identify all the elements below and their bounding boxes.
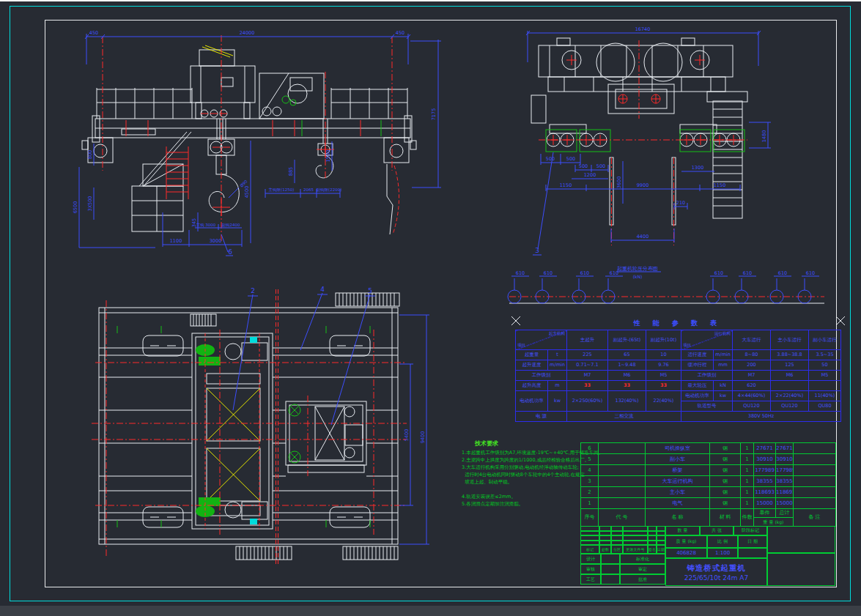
table-cell: 8~80 [733, 350, 771, 360]
table-cell: 2×250(60%) [567, 391, 608, 412]
table-cell: 运行速度 [681, 350, 714, 360]
bom-head-qty: 件数 [741, 509, 754, 527]
svg-text:210: 210 [676, 200, 685, 206]
role-approve-review: 审定 [620, 564, 665, 574]
table-cell: M5 [646, 371, 681, 381]
wheel-load-labels: 610 610 610 610 610 610 610 610 起重机轮压分布图… [516, 266, 815, 279]
rev-head-count: 处数 [599, 545, 611, 554]
table-cell: 最大轮压 [681, 381, 714, 391]
table-cell: 27671 [776, 443, 794, 454]
table-cell: 电气 [646, 498, 710, 509]
table-cell: 起升速度 [516, 360, 548, 371]
table-cell: m [548, 381, 567, 391]
table-row: 4桥架钢1177989177989 [581, 465, 836, 476]
svg-text:610: 610 [806, 270, 815, 276]
table-row: 起升高度m333333最大轮压kN620 [516, 381, 841, 391]
table-cell: 38355 [754, 476, 776, 487]
svg-text:主钩 3000: 主钩 3000 [196, 223, 216, 227]
technical-notes: 技术要求 1.本起重机工作级别为A7,环境温度-19℃~+40℃,用于铸造车间。… [462, 440, 590, 508]
table-cell: 1 [741, 498, 754, 509]
table-row: 6司机操纵室钢12767127671 [581, 443, 836, 454]
table-cell: M6 [608, 371, 646, 381]
role-process-sign [601, 574, 620, 585]
svg-text:450: 450 [396, 30, 404, 36]
bom-head-code: 代 号 [599, 509, 646, 527]
table-cell: 缓冲行程 [681, 360, 714, 371]
info-stage: 阶段标记 [733, 526, 767, 535]
wheel-diagram-unit: (kN) [633, 274, 643, 279]
svg-text:3X500: 3X500 [87, 196, 93, 212]
info-qty: 数 量 [665, 526, 700, 535]
table-cell: 380V 50Hz [681, 412, 841, 422]
table-cell [599, 476, 646, 487]
bom-head-remark: 备 注 [794, 509, 836, 527]
table-cell: 电动机功率 [681, 391, 714, 401]
table-row: 2主小车钢1118693118693 [581, 487, 836, 498]
table-cell: 主小车 [646, 487, 710, 498]
weight-value: 406828 [665, 548, 707, 558]
table-row: 3大车运行机构钢13835538355 [581, 476, 836, 487]
table-cell: 33 [608, 381, 646, 391]
table-cell: 177989 [776, 465, 794, 476]
table-row: 电动机功率kw2×250(60%)132(40%)22(40%)电动机功率kw4… [516, 391, 841, 401]
notes-lines: 1.本起重机工作级别为A7,环境温度-19℃~+40℃,用于铸造车间。2.主梁跨… [462, 449, 590, 508]
wheel-diagram-title: 起重机轮压分布图 [617, 266, 658, 272]
bom-body: 6司机操纵室钢127671276715副小车钢130910309104桥架钢11… [581, 443, 836, 509]
svg-text:1100: 1100 [170, 238, 182, 244]
table-cell: 3 [581, 476, 599, 487]
svg-text:副钩限(2200): 副钩限(2200) [317, 188, 342, 192]
svg-text:2: 2 [251, 287, 255, 294]
table-cell: 4×44(60%) [733, 391, 771, 401]
table-cell [599, 498, 646, 509]
rev-head-docno: 更改文件号 [623, 545, 648, 554]
table-cell: 22(40%) [646, 391, 681, 412]
svg-text:4: 4 [320, 286, 325, 293]
table-cell: 11(40%) [809, 391, 841, 401]
table-cell: 38355 [776, 476, 794, 487]
info-date-label: 日 期 [738, 535, 767, 548]
svg-text:610: 610 [743, 270, 752, 276]
table-cell: 1~9.48 [608, 360, 646, 371]
svg-text:610: 610 [580, 270, 589, 276]
table-cell: 30910 [754, 454, 776, 465]
table-cell [771, 381, 809, 391]
table-cell: 电动机功率 [516, 391, 548, 412]
diag-top-label: 运行机构 [714, 332, 731, 336]
performance-parameter-table: 起升机构 项目 主起升 副起升-(65t) 副起升(10t) 运行机构 项目 大… [515, 330, 841, 422]
date-value [738, 548, 767, 558]
svg-text:9400: 9400 [420, 431, 426, 444]
wheel-load-diagram: 610 610 610 610 610 610 610 610 起重机轮压分布图… [506, 264, 835, 309]
role-check: 审核 [580, 564, 601, 574]
rev-head-mark: 标记 [580, 545, 599, 554]
svg-text:6: 6 [228, 248, 232, 256]
svg-text:16740: 16740 [635, 26, 651, 32]
plan-view-labels: 2 4 5 5400 9400 [251, 286, 426, 443]
perf-table-title: 性 能 参 数 表 [515, 319, 840, 328]
top-edge-bar [0, 0, 861, 1]
note-line: 2.主梁跨中上拱度为跨度的1/1000,成品经检验合格后出厂。 [462, 456, 590, 464]
table-row: 起重量t2256510运行速度m/min8~803.88~38.83.5~35 [516, 350, 841, 360]
table-cell: t [548, 350, 567, 360]
svg-text:1500: 1500 [325, 150, 331, 163]
table-cell: 钢 [710, 498, 741, 509]
table-row: 起升速度m/min0.71~7.11~9.489.76缓冲行程mm2001255… [516, 360, 841, 371]
table-cell [794, 476, 836, 487]
table-cell: M6 [771, 371, 809, 381]
svg-text:5: 5 [368, 287, 372, 294]
bottom-edge-bar [0, 606, 861, 616]
perf-col-head: 副小车运行 [809, 330, 841, 350]
product-name: 铸造桥式起重机 [687, 563, 746, 574]
svg-text:500: 500 [579, 163, 588, 169]
role-design: 设计 [580, 554, 601, 564]
svg-text:800: 800 [87, 150, 93, 159]
table-cell: 1 [741, 443, 754, 454]
table-cell: M5 [809, 371, 841, 381]
table-cell: 大车运行机构 [646, 476, 710, 487]
role-design-sign [601, 554, 620, 564]
table-cell: 钢 [710, 465, 741, 476]
table-cell: 132(40%) [608, 391, 646, 412]
table-row: 5副小车钢13091030910 [581, 454, 836, 465]
svg-text:610: 610 [516, 270, 525, 276]
table-cell: 1 [741, 487, 754, 498]
table-cell: 125 [771, 360, 809, 371]
